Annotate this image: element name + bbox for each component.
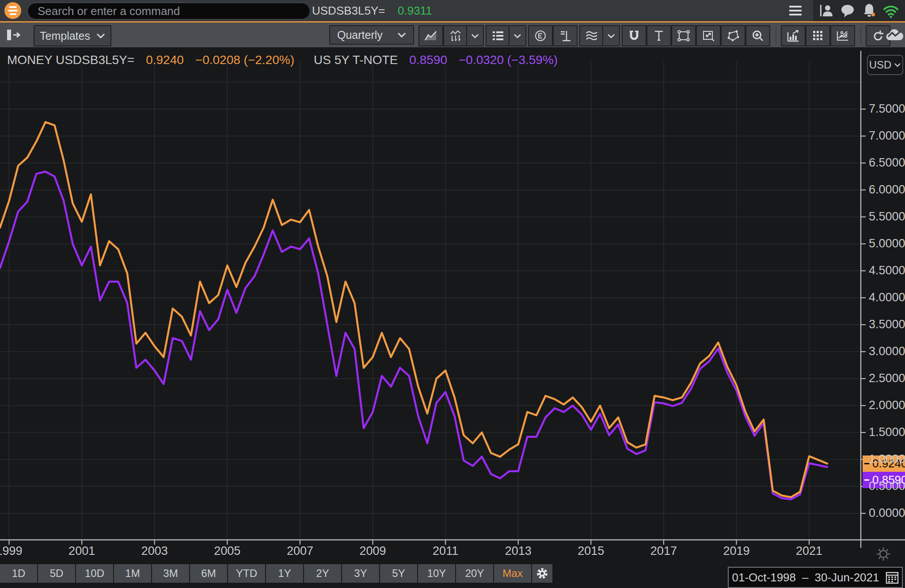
price-chart[interactable] (0, 0, 905, 588)
y-axis-label: 7.0000 (869, 129, 905, 143)
y-axis-label: 6.5000 (869, 156, 905, 170)
range-button-2y[interactable]: 2Y (304, 564, 341, 583)
series-line-orange[interactable] (0, 122, 827, 497)
legend-series1-value: 0.9240 (146, 53, 184, 67)
gear-icon (536, 567, 548, 580)
y-axis-label: 0.0000 (869, 506, 905, 520)
range-button-10d[interactable]: 10D (76, 564, 113, 583)
y-axis-label: 1.0000 (869, 452, 905, 466)
y-axis-label: 3.5000 (869, 318, 905, 331)
y-axis-label: 3.0000 (869, 345, 905, 358)
range-button-20y[interactable]: 20Y (456, 564, 493, 583)
currency-dropdown[interactable]: USD (867, 55, 903, 75)
x-axis-label: 1999 (0, 544, 29, 558)
date-range-picker[interactable]: 01-Oct-1998 – 30-Jun-2021 (728, 567, 903, 588)
range-button-10y[interactable]: 10Y (418, 564, 455, 583)
range-button-3m[interactable]: 3M (152, 564, 189, 583)
range-button-3y[interactable]: 3Y (342, 564, 379, 583)
legend-series1-change: −0.0208 (−2.20%) (195, 53, 294, 67)
date-range-separator: – (802, 571, 808, 584)
range-button-max[interactable]: Max (494, 564, 531, 583)
y-axis-label: 0.5000 (869, 479, 905, 493)
date-range-end: 30-Jun-2021 (815, 571, 879, 584)
range-button-5y[interactable]: 5Y (380, 564, 417, 583)
legend-series2-value: 0.8590 (409, 53, 447, 67)
x-axis-label: 2001 (62, 544, 102, 558)
range-button-1y[interactable]: 1Y (266, 564, 303, 583)
y-axis-label: 4.5000 (869, 264, 905, 277)
x-axis-label: 2005 (207, 544, 247, 558)
x-axis-label: 2017 (644, 544, 684, 558)
currency-label: USD (869, 59, 892, 71)
legend-series1-name[interactable]: MONEY USDSB3L5Y= (7, 53, 134, 67)
x-axis-label: 2015 (571, 544, 611, 558)
legend-series2-name[interactable]: US 5Y T-NOTE (314, 53, 398, 67)
calendar-icon (886, 571, 899, 584)
x-axis-label: 2009 (353, 544, 393, 558)
series-line-purple[interactable] (0, 172, 827, 500)
y-axis-label: 2.5000 (869, 372, 905, 385)
range-button-6m[interactable]: 6M (190, 564, 227, 583)
x-axis-label: 2003 (135, 544, 175, 558)
x-axis-label: 2007 (280, 544, 320, 558)
x-axis-label: 2021 (789, 544, 829, 558)
theme-brightness-icon[interactable] (876, 546, 891, 561)
y-axis-label: 2.0000 (869, 398, 905, 412)
y-axis-label: 4.0000 (869, 291, 905, 304)
y-axis-label: 6.0000 (869, 183, 905, 197)
chart-legend: MONEY USDSB3L5Y= 0.9240 −0.0208 (−2.20%)… (7, 53, 558, 67)
range-button-ytd[interactable]: YTD (228, 564, 265, 583)
app-window: Search or enter a command USDSB3L5Y= 0.9… (0, 0, 905, 588)
y-axis-label: 5.5000 (869, 210, 905, 224)
range-button-bar: 1D5D10D1M3M6MYTD1Y2Y3Y5Y10Y20YMax (0, 564, 552, 583)
range-button-5d[interactable]: 5D (38, 564, 75, 583)
range-button-1m[interactable]: 1M (114, 564, 151, 583)
x-axis-label: 2019 (716, 544, 756, 558)
chevron-down-icon (894, 63, 901, 67)
x-axis-label: 2011 (426, 544, 465, 558)
y-axis-label: 5.0000 (869, 237, 905, 250)
y-axis-label: 7.5000 (869, 102, 905, 116)
x-axis-label: 2013 (498, 544, 538, 558)
range-settings-button[interactable] (532, 564, 552, 583)
legend-series2-change: −0.0320 (−3.59%) (459, 53, 558, 67)
date-range-start: 01-Oct-1998 (732, 571, 796, 584)
y-axis-label: 1.5000 (869, 425, 905, 439)
range-button-1d[interactable]: 1D (0, 564, 37, 583)
